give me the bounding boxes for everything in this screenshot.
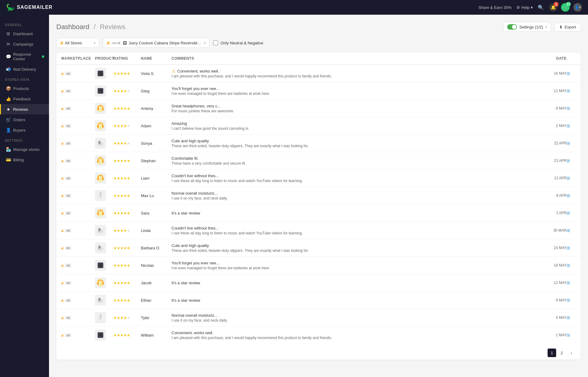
external-link-button[interactable]: ⊞ [567, 298, 576, 303]
help-button[interactable]: ⚙ Help ▾ [516, 5, 533, 10]
sidebar-item-label: Billing [13, 158, 24, 162]
settings-section-label: SETTINGS [0, 135, 49, 144]
external-link-button[interactable]: ⊞ [567, 211, 576, 215]
country-badge: .es [65, 106, 71, 110]
next-page-button[interactable]: › [567, 349, 576, 357]
sidebar-item-dashboard[interactable]: ⊞ Dashboard [0, 28, 49, 39]
svg-point-14 [98, 141, 101, 144]
all-stores-label: All Stores [65, 41, 82, 45]
sidebar-item-orders[interactable]: 🛒 Orders [0, 114, 49, 125]
product-image [95, 155, 106, 166]
page-2-button[interactable]: 2 [557, 349, 566, 357]
table-row: a .es ★★★★★ Barbara O. Cute and high qua… [56, 239, 581, 257]
all-stores-select[interactable]: a All Stores ▾ [56, 38, 99, 48]
external-link-button[interactable]: ⊞ [567, 158, 576, 163]
toggle-switch[interactable] [507, 24, 517, 30]
col-actions [567, 56, 576, 61]
neutral-negative-filter[interactable]: Only Neutral & Negative [213, 40, 263, 45]
table-row: a .es ★★★★★ Sara It's a star review 1 AP… [56, 204, 581, 222]
sidebar-item-reviews[interactable]: ★ Reviews [0, 104, 49, 114]
external-link-button[interactable]: ⊞ [567, 176, 576, 181]
cart-button[interactable]: 🛒 57 [561, 3, 570, 12]
table-row: a .es ★★★★★ Adam Amazing I can't believe… [56, 117, 581, 135]
comment-title: Normal overall moisturiz... [172, 313, 539, 318]
external-link-button[interactable]: ⊞ [567, 280, 576, 285]
sidebar-item-response-center[interactable]: 💬 Response Center [0, 49, 49, 64]
date-cell: 12 MAY [539, 281, 567, 285]
topbar: 🦕 SAGEMAILER Share & Earn 30% ⚙ Help ▾ 🔍… [0, 0, 588, 15]
sidebar-item-label: Reviews [13, 107, 28, 112]
date-cell: 12 APR [539, 176, 567, 180]
comment-text: I use these all day long to listen to mu… [172, 179, 386, 183]
warning-icon: ⚠ [172, 69, 175, 73]
comment-title: Great headphones, very c... [172, 104, 539, 108]
comment-cell: It's a star review [172, 281, 539, 285]
date-cell: 30 MAR [539, 228, 567, 233]
sidebar-item-feedback[interactable]: 👍 Feedback [0, 94, 49, 104]
sidebar-item-campaigns[interactable]: ✉ Campaings [0, 39, 49, 49]
page-1-button[interactable]: 1 [548, 349, 556, 357]
svg-rect-44 [99, 317, 102, 318]
reviewer-name: Sonya [141, 141, 172, 146]
marketplace-cell: a .es [61, 106, 95, 111]
date-cell: 22 APR [539, 141, 567, 145]
external-link-button[interactable]: ⊞ [567, 228, 576, 233]
comment-cell: Couldn't live without thes... I use thes… [172, 174, 539, 183]
sidebar-item-label: Products [13, 86, 29, 91]
amazon-badge: a [61, 193, 63, 198]
comment-title: ⚠ Convenient, works well. [172, 69, 539, 73]
table-row: a .es ★★★★★ Nicolas You'll forget you ev… [56, 257, 581, 274]
product-image [95, 242, 106, 253]
svg-rect-19 [97, 178, 99, 180]
search-button[interactable]: 🔍 [538, 5, 544, 10]
reviewer-name: Gteg [141, 89, 172, 93]
external-link-button[interactable]: ⊞ [567, 263, 576, 268]
col-name: Name [141, 56, 172, 61]
amazon-badge: a [61, 315, 63, 320]
reviewer-name: Viola S. [141, 71, 172, 76]
sidebar-item-buyers[interactable]: 👤 Buyers [0, 125, 49, 135]
external-link-button[interactable]: ⊞ [567, 141, 576, 146]
response-center-icon: 💬 [6, 54, 11, 59]
external-link-button[interactable]: ⊞ [567, 123, 576, 128]
share-link[interactable]: Share & Earn 30% [479, 5, 512, 10]
product-label: Juicy Couture Cabana Stripe Reversible B… [129, 41, 202, 45]
external-link-button[interactable]: ⊞ [567, 315, 576, 320]
external-link-button[interactable]: ⊞ [567, 71, 576, 76]
notification-bell-button[interactable]: 🔔 1 [549, 3, 557, 12]
sidebar-item-billing[interactable]: 💳 Billing [0, 155, 49, 165]
export-button[interactable]: ⬇ Export [555, 23, 581, 32]
sidebar-item-label: Campaings [13, 42, 33, 47]
campaigns-icon: ✉ [6, 42, 11, 47]
neutral-negative-checkbox[interactable] [213, 40, 218, 45]
settings-toggle-button[interactable]: Settings (1/2) ▾ [503, 22, 551, 32]
external-link-button[interactable]: ⊞ [567, 333, 576, 338]
rating-stars: ★★★★★ [113, 176, 141, 181]
general-section-label: GENERAL [0, 20, 49, 28]
date-cell: 8 MAY [539, 106, 567, 110]
comment-cell: It's a star review [172, 211, 539, 215]
rating-stars: ★★★★★ [113, 89, 141, 93]
product-image [95, 120, 106, 131]
mail-icon: 📬 [6, 67, 11, 72]
external-link-button[interactable]: ⊞ [567, 193, 576, 198]
sidebar-item-mail-delivery[interactable]: 📬 Mail Delivery [0, 64, 49, 74]
sidebar-item-products[interactable]: 📦 Products [0, 83, 49, 94]
date-cell: 4 MAY [539, 315, 567, 320]
external-link-button[interactable]: ⊞ [567, 106, 576, 111]
avatar-button[interactable]: 👤 ▾ [573, 3, 582, 12]
reviewer-name: Barbara O. [141, 246, 172, 250]
orders-icon: 🛒 [6, 117, 11, 122]
date-cell: 8 MAY [539, 298, 567, 302]
sidebar-item-manage-stores[interactable]: 🏪 Manage stores [0, 144, 49, 155]
country-badge: .es [65, 246, 71, 250]
svg-rect-23 [99, 195, 102, 196]
breadcrumb-dashboard[interactable]: Dashboard [56, 23, 89, 31]
external-link-button[interactable]: ⊞ [567, 88, 576, 93]
page-title: Dashboard / Reviews [56, 23, 125, 31]
comment-title: It's a star review [172, 211, 539, 215]
page-header: Dashboard / Reviews Settings (1/2) ▾ ⬇ E… [56, 22, 581, 32]
external-link-button[interactable]: ⊞ [567, 245, 576, 250]
product-select[interactable]: a .co.uk 🖼 Juicy Couture Cabana Stripe R… [103, 38, 209, 48]
comment-title: Normal overall moisturiz... [172, 191, 539, 196]
